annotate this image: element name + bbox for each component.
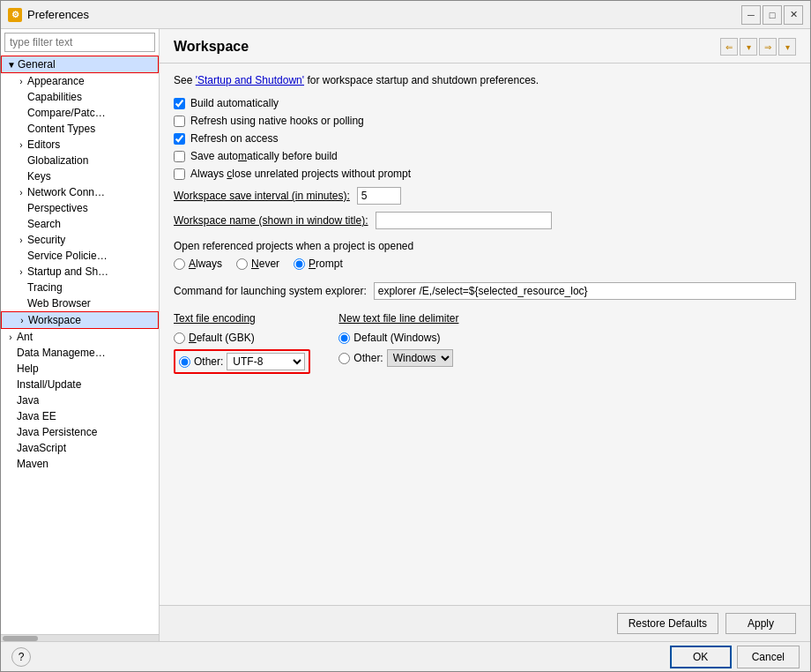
- sidebar-item-tracing[interactable]: Tracing: [1, 280, 159, 295]
- sidebar-item-javascript[interactable]: JavaScript: [1, 440, 159, 456]
- sidebar-item-servicepolicies[interactable]: Service Policie…: [1, 248, 159, 264]
- sidebar-item-label: Workspace: [28, 314, 81, 326]
- command-input[interactable]: [374, 282, 796, 300]
- sidebar-item-javapersistence[interactable]: Java Persistence: [1, 424, 159, 440]
- expand-icon: ›: [15, 138, 27, 151]
- sidebar-item-workspace[interactable]: › Workspace: [1, 311, 159, 329]
- encoding-select[interactable]: UTF-8 UTF-16 GBK ISO-8859-1 US-ASCII: [227, 353, 305, 370]
- sidebar-item-help[interactable]: Help: [1, 361, 159, 377]
- other-delimiter-radio-btn[interactable]: [339, 353, 350, 364]
- refresh-native-row: Refresh using native hooks or polling: [174, 115, 796, 127]
- workspace-name-input[interactable]: [376, 212, 552, 229]
- sidebar-scrollbar[interactable]: [1, 634, 159, 641]
- cancel-button[interactable]: Cancel: [737, 646, 800, 668]
- line-delimiter-title: New text file line delimiter: [339, 312, 458, 325]
- never-radio-item: Never: [236, 258, 279, 270]
- forward-button[interactable]: ⇒: [759, 38, 777, 56]
- expand-icon: ›: [15, 265, 27, 278]
- sidebar-item-general[interactable]: ▼ General: [1, 56, 159, 73]
- expand-icon: [4, 458, 17, 470]
- startup-shutdown-link[interactable]: 'Startup and Shutdown': [196, 74, 304, 86]
- expand-icon: ›: [15, 234, 27, 246]
- expand-icon: [15, 250, 27, 262]
- other-encoding-radio-btn[interactable]: [179, 356, 190, 368]
- command-label: Command for launching system explorer:: [174, 285, 367, 297]
- sidebar-item-label: Maven: [17, 458, 48, 470]
- app-icon: ⚙: [8, 8, 22, 22]
- sidebar-item-keys[interactable]: Keys: [1, 168, 159, 184]
- sidebar-item-datamanagement[interactable]: Data Manageme…: [1, 345, 159, 361]
- sidebar-item-label: Perspectives: [27, 202, 88, 214]
- sidebar-item-security[interactable]: › Security: [1, 232, 159, 248]
- content-area: ▼ General › Appearance Capabilities Comp…: [1, 29, 810, 641]
- sidebar-item-label: Tracing: [27, 281, 63, 294]
- default-delimiter-radio: Default (Windows): [339, 332, 458, 344]
- always-close-checkbox[interactable]: [174, 168, 185, 180]
- default-delimiter-radio-btn[interactable]: [339, 332, 350, 344]
- close-button[interactable]: ✕: [784, 5, 803, 25]
- startup-text-before: See: [174, 74, 196, 86]
- help-button[interactable]: ?: [11, 647, 31, 667]
- save-interval-row: Workspace save interval (in minutes):: [174, 187, 796, 205]
- build-automatically-checkbox[interactable]: [174, 98, 185, 109]
- back-dropdown-button[interactable]: ▾: [740, 38, 757, 56]
- line-delimiter-select[interactable]: Windows Unix Mac: [387, 349, 453, 367]
- expand-icon: ›: [16, 314, 28, 326]
- default-encoding-radio-btn[interactable]: [174, 332, 185, 344]
- sidebar-item-maven[interactable]: Maven: [1, 456, 159, 472]
- sidebar-item-ant[interactable]: › Ant: [1, 329, 159, 345]
- back-button[interactable]: ⇐: [720, 38, 738, 56]
- sidebar-item-installupdates[interactable]: Install/Update: [1, 377, 159, 392]
- sidebar-item-label: Content Types: [27, 123, 95, 135]
- prompt-radio[interactable]: [294, 258, 305, 270]
- startup-text-after: for workspace startup and shutdown prefe…: [307, 74, 539, 86]
- never-radio[interactable]: [236, 258, 248, 270]
- expand-icon: [15, 297, 27, 310]
- save-interval-input[interactable]: [357, 187, 401, 205]
- expand-icon: [15, 107, 27, 119]
- sidebar-item-search[interactable]: Search: [1, 216, 159, 232]
- save-auto-checkbox[interactable]: [174, 151, 185, 162]
- filter-input[interactable]: [4, 33, 155, 52]
- open-projects-radio-group: Always Never Prompt: [174, 258, 796, 270]
- build-automatically-row: Build automatically: [174, 97, 796, 109]
- sidebar-item-network[interactable]: › Network Conn…: [1, 184, 159, 200]
- sidebar-item-java[interactable]: Java: [1, 392, 159, 408]
- sidebar-item-javaee[interactable]: Java EE: [1, 408, 159, 424]
- sidebar-item-perspectives[interactable]: Perspectives: [1, 200, 159, 216]
- workspace-name-row: Workspace name (shown in window title):: [174, 212, 796, 229]
- expand-icon: [15, 218, 27, 230]
- ok-button[interactable]: OK: [670, 646, 732, 668]
- refresh-access-row: Refresh on access: [174, 132, 796, 145]
- sidebar-item-compare[interactable]: Compare/Patc…: [1, 105, 159, 121]
- sidebar-item-globalization[interactable]: Globalization: [1, 153, 159, 168]
- sidebar-item-appearance[interactable]: › Appearance: [1, 73, 159, 89]
- minimize-button[interactable]: ─: [741, 5, 761, 25]
- expand-icon: [15, 281, 27, 294]
- open-projects-section: Open referenced projects when a project …: [174, 240, 796, 270]
- sidebar-item-editors[interactable]: › Editors: [1, 137, 159, 153]
- sidebar-item-label: Java: [17, 394, 39, 407]
- maximize-button[interactable]: □: [763, 5, 782, 25]
- always-radio[interactable]: [174, 258, 185, 270]
- sidebar-item-label: JavaScript: [17, 442, 66, 454]
- apply-button[interactable]: Apply: [725, 613, 796, 634]
- sidebar-item-label: Network Conn…: [27, 186, 105, 198]
- save-auto-label: Save automatically before build: [190, 150, 338, 162]
- startup-link-row: See 'Startup and Shutdown' for workspace…: [174, 74, 796, 86]
- save-auto-row: Save automatically before build: [174, 150, 796, 162]
- scroll-thumb[interactable]: [3, 636, 38, 641]
- sidebar-item-webbrowser[interactable]: Web Browser: [1, 295, 159, 311]
- refresh-access-checkbox[interactable]: [174, 133, 185, 145]
- sidebar-item-startup[interactable]: › Startup and Sh…: [1, 264, 159, 280]
- always-radio-item: Always: [174, 258, 222, 270]
- forward-dropdown-button[interactable]: ▾: [778, 38, 796, 56]
- restore-defaults-button[interactable]: Restore Defaults: [617, 613, 718, 634]
- sidebar-item-capabilities[interactable]: Capabilities: [1, 89, 159, 105]
- sidebar-item-label: Service Policie…: [27, 250, 108, 262]
- open-projects-label: Open referenced projects when a project …: [174, 240, 796, 252]
- command-row: Command for launching system explorer:: [174, 282, 796, 300]
- sidebar-item-label: Security: [27, 234, 65, 246]
- sidebar-item-contenttypes[interactable]: Content Types: [1, 121, 159, 137]
- refresh-native-checkbox[interactable]: [174, 116, 185, 127]
